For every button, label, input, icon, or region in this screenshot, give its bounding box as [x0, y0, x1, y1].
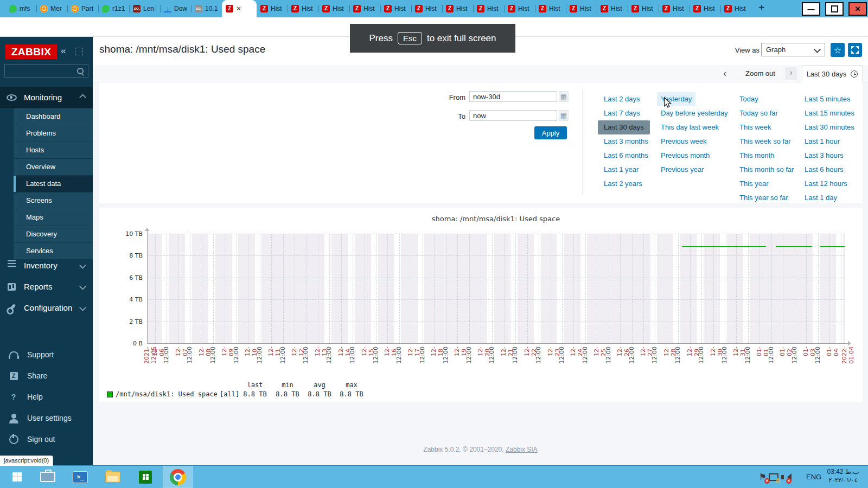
close-button[interactable]: ✕: [848, 2, 867, 16]
sidebar-item-overview[interactable]: Overview: [14, 158, 93, 175]
quick-range-last-1-year[interactable]: Last 1 year: [604, 163, 639, 177]
quick-range-last-2-days[interactable]: Last 2 days: [604, 92, 640, 106]
quick-range-previous-week[interactable]: Previous week: [661, 134, 707, 149]
from-input[interactable]: [469, 91, 557, 102]
quick-range-this-week-so-far[interactable]: This week so far: [739, 134, 791, 149]
network-icon[interactable]: ⚠: [768, 472, 779, 483]
sidebar-item-help[interactable]: ?Help: [0, 388, 93, 406]
quick-range-this-month[interactable]: This month: [739, 149, 774, 163]
browser-tab[interactable]: ↓Dow: [160, 0, 191, 17]
quick-range-today-so-far[interactable]: Today so far: [739, 106, 778, 120]
sidebar-item-discovery[interactable]: Discovery: [14, 226, 93, 242]
sidebar-item-monitoring[interactable]: Monitoring: [0, 87, 93, 108]
file-explorer-button[interactable]: [99, 466, 127, 488]
favorite-button[interactable]: ☆: [831, 43, 845, 57]
quick-range-last-3-hours[interactable]: Last 3 hours: [805, 149, 844, 163]
quick-range-last-7-days[interactable]: Last 7 days: [604, 106, 640, 120]
browser-tab[interactable]: ZHist: [566, 0, 597, 17]
browser-tab[interactable]: ZHist: [659, 0, 690, 17]
quick-range-yesterday[interactable]: Yesterday: [657, 92, 695, 106]
browser-tab[interactable]: mfs: [5, 0, 36, 17]
browser-tab[interactable]: ZHist: [349, 0, 380, 17]
quick-range-last-2-years[interactable]: Last 2 years: [604, 177, 642, 191]
server-manager-button[interactable]: [34, 466, 62, 488]
browser-tab[interactable]: r1z1: [98, 0, 129, 17]
sidebar-item-configuration[interactable]: Configuration: [0, 297, 93, 318]
view-as-select[interactable]: Graph: [761, 43, 825, 56]
to-input[interactable]: [469, 110, 557, 121]
quick-range-this-month-so-far[interactable]: This month so far: [739, 163, 794, 177]
quick-range-day-before-yesterday[interactable]: Day before yesterday: [661, 106, 728, 120]
quick-range-last-5-minutes[interactable]: Last 5 minutes: [805, 92, 851, 106]
calendar-icon[interactable]: ▦: [559, 110, 569, 121]
browser-tab[interactable]: ZHist: [597, 0, 628, 17]
browser-tab[interactable]: DO.Len: [129, 0, 160, 17]
sidebar-item-inventory[interactable]: Inventory: [0, 255, 93, 276]
browser-tab[interactable]: ZHist: [288, 0, 318, 17]
quick-range-last-30-days[interactable]: Last 30 days: [598, 120, 650, 134]
zabbix-logo[interactable]: ZABBIX: [5, 44, 57, 59]
zoom-out-button[interactable]: Zoom out: [745, 69, 775, 78]
calendar-icon[interactable]: ▦: [559, 91, 569, 102]
sidebar-item-screens[interactable]: Screens: [14, 192, 93, 209]
browser-tab[interactable]: ZHist: [720, 0, 751, 17]
quick-range-last-6-hours[interactable]: Last 6 hours: [805, 163, 844, 177]
time-range-tab[interactable]: Last 30 days: [802, 65, 863, 82]
quick-range-last-15-minutes[interactable]: Last 15 minutes: [805, 106, 854, 120]
quick-range-today[interactable]: Today: [739, 92, 758, 106]
graph-plot-area[interactable]: 2021-12-0512-0612:0012-0712:0012-0812:00…: [147, 234, 845, 343]
quick-range-previous-month[interactable]: Previous month: [661, 149, 710, 163]
maximize-button[interactable]: [825, 2, 844, 16]
browser-tab[interactable]: ZHist: [318, 0, 349, 17]
browser-tab[interactable]: Z✕: [222, 0, 257, 17]
sidebar-item-sign-out[interactable]: Sign out: [0, 431, 93, 448]
browser-tab[interactable]: ZHist: [504, 0, 535, 17]
browser-tab[interactable]: DO.10.1: [191, 0, 222, 17]
taskbar-clock[interactable]: ب.ظ 03:42 ٢٠٢٢/٠١/٠٤: [824, 468, 863, 484]
browser-tab[interactable]: ZHist: [535, 0, 566, 17]
sidebar-expand-icon[interactable]: [75, 48, 82, 55]
chrome-button[interactable]: [163, 466, 193, 488]
tab-close-icon[interactable]: ✕: [236, 5, 241, 12]
browser-tab[interactable]: ZHist: [380, 0, 411, 17]
sidebar-item-maps[interactable]: Maps: [14, 209, 93, 226]
language-indicator[interactable]: ENG: [806, 473, 821, 481]
quick-range-this-year[interactable]: This year: [739, 177, 768, 191]
quick-range-last-30-minutes[interactable]: Last 30 minutes: [805, 120, 854, 134]
volume-icon[interactable]: ✕: [779, 472, 790, 483]
quick-range-last-3-months[interactable]: Last 3 months: [604, 134, 648, 149]
sidebar-item-problems[interactable]: Problems: [14, 125, 93, 142]
sidebar-item-hosts[interactable]: Hosts: [14, 142, 93, 158]
browser-tab[interactable]: ZHist: [442, 0, 473, 17]
time-shift-left-icon[interactable]: ‹: [723, 67, 726, 79]
time-shift-right-icon[interactable]: ›: [785, 67, 797, 80]
browser-tab[interactable]: ZHist: [690, 0, 720, 17]
quick-range-last-12-hours[interactable]: Last 12 hours: [805, 177, 847, 191]
apply-button[interactable]: Apply: [534, 126, 567, 139]
sidebar-item-dashboard[interactable]: Dashboard: [14, 108, 93, 125]
minimize-button[interactable]: —: [802, 2, 820, 16]
quick-range-previous-year[interactable]: Previous year: [661, 163, 704, 177]
start-button[interactable]: [4, 466, 29, 488]
browser-tab[interactable]: ZHist: [628, 0, 659, 17]
quick-range-this-day-last-week[interactable]: This day last week: [661, 120, 719, 134]
browser-tab[interactable]: Mer: [36, 0, 67, 17]
sidebar-item-share[interactable]: ZShare: [0, 367, 93, 384]
browser-tab[interactable]: ZHist: [411, 0, 442, 17]
sidebar-search-input[interactable]: [4, 64, 88, 78]
sidebar-collapse-icon[interactable]: «: [61, 46, 66, 56]
quick-range-this-week[interactable]: This week: [739, 120, 771, 134]
powershell-button[interactable]: >_: [66, 466, 94, 488]
store-button[interactable]: [131, 466, 159, 488]
footer-link[interactable]: Zabbix SIA: [506, 446, 538, 453]
quick-range-this-year-so-far[interactable]: This year so far: [739, 191, 788, 205]
browser-tab[interactable]: Part: [67, 0, 98, 17]
browser-tab[interactable]: ZHist: [257, 0, 288, 17]
quick-range-last-6-months[interactable]: Last 6 months: [604, 149, 648, 163]
quick-range-last-1-hour[interactable]: Last 1 hour: [805, 134, 840, 149]
sidebar-item-support[interactable]: Support: [0, 346, 93, 363]
browser-tab[interactable]: ZHist: [473, 0, 504, 17]
quick-range-last-1-day[interactable]: Last 1 day: [805, 191, 837, 205]
sidebar-item-reports[interactable]: Reports: [0, 276, 93, 297]
action-center-flag-icon[interactable]: ⚑✕: [757, 472, 768, 483]
